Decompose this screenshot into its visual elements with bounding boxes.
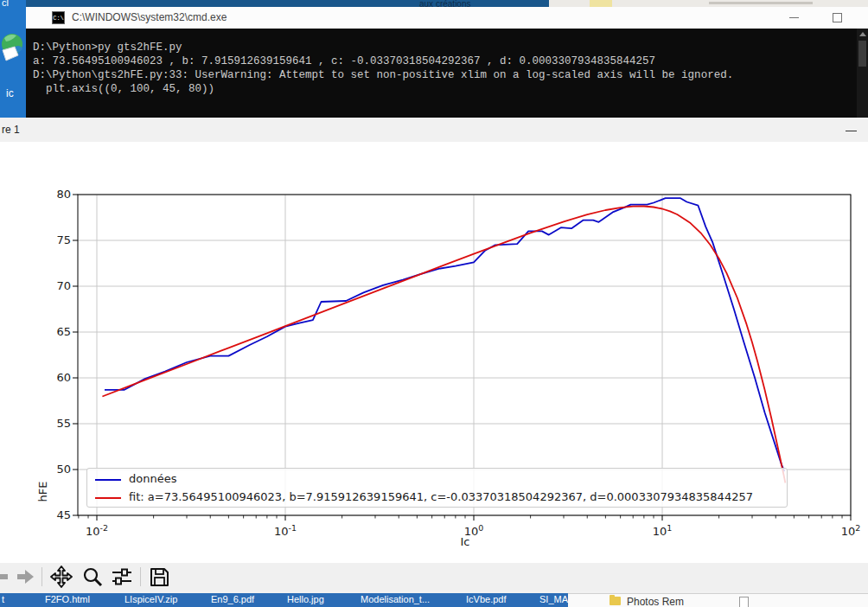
cmd-titlebar[interactable]: C:\ C:\WINDOWS\system32\cmd.exe xyxy=(26,7,868,29)
taskbar-item[interactable]: t xyxy=(2,593,4,607)
explorer-item[interactable]: Photos Rem xyxy=(627,596,684,607)
legend-entry-data: données xyxy=(87,470,787,489)
console-line: a: 73.56495100946023 , b: 7.915912639159… xyxy=(33,54,733,68)
x-tick-label: 101 xyxy=(642,523,682,538)
console-output[interactable]: D:\Python>py gts2hFE.pya: 73.56495100946… xyxy=(26,29,868,118)
sliders-icon xyxy=(111,565,133,588)
scrollbar-thumb[interactable] xyxy=(858,41,866,67)
file-icon xyxy=(739,597,749,607)
cmd-window-title: C:\WINDOWS\system32\cmd.exe xyxy=(72,7,227,29)
y-axis-label: hFE xyxy=(36,482,49,502)
globe-shortcut-icon[interactable] xyxy=(1,29,25,66)
y-tick-label: 65 xyxy=(45,325,71,338)
legend-line-sample xyxy=(95,479,121,481)
taskbar-item[interactable]: F2FO.html xyxy=(45,593,90,607)
taskbar-item[interactable]: SI_MAHI xyxy=(539,593,568,607)
minimize-icon xyxy=(789,17,799,18)
screen: cl ic aux créations C:\ C:\WINDOWS\syste… xyxy=(0,0,868,607)
console-line: D:\Python>py gts2hFE.py xyxy=(33,41,733,54)
forward-button[interactable] xyxy=(15,565,37,588)
taskbar: tF2FO.htmlLIspiceIV.zipEn9_6.pdfHello.jp… xyxy=(0,593,868,607)
y-tick-label: 45 xyxy=(45,508,71,521)
taskbar-item[interactable]: LIspiceIV.zip xyxy=(124,593,177,607)
maximize-button[interactable] xyxy=(823,7,852,29)
maximize-icon xyxy=(833,13,842,22)
legend-entry-fit: fit: a=73.56495100946023, b=7.9159126391… xyxy=(87,489,787,507)
legend-line-sample xyxy=(95,497,121,499)
explorer-panel: Photos Rem xyxy=(568,593,868,607)
legend-label: fit: a=73.56495100946023, b=7.9159126391… xyxy=(129,490,753,503)
y-tick-label: 80 xyxy=(45,188,71,201)
zoom-button[interactable] xyxy=(81,565,104,588)
x-axis-label: Ic xyxy=(445,535,485,548)
console-line: D:\Python\gts2hFE.py:33: UserWarning: At… xyxy=(33,68,733,82)
desktop-icon-label: ic xyxy=(6,87,14,99)
folder-icon xyxy=(610,597,621,605)
console-scrollbar[interactable] xyxy=(857,29,868,118)
pan-icon xyxy=(50,565,73,588)
y-tick-label: 55 xyxy=(45,417,71,430)
taskbar-item[interactable]: En9_6.pdf xyxy=(211,593,254,607)
magnifier-icon xyxy=(81,565,104,588)
series-data xyxy=(105,198,784,471)
scroll-up-icon[interactable] xyxy=(859,32,866,36)
toolbar-separator xyxy=(41,567,42,586)
figure-window-title: re 1 xyxy=(2,118,20,142)
desktop-left-strip: cl ic xyxy=(0,0,26,121)
cmd-icon: C:\ xyxy=(52,11,65,24)
mpl-toolbar xyxy=(0,563,868,591)
minimize-icon xyxy=(846,131,857,131)
y-tick-label: 60 xyxy=(45,371,71,384)
background-window-strip-right xyxy=(549,0,868,7)
x-tick-label: 10-1 xyxy=(265,523,305,538)
cmd-window: C:\ C:\WINDOWS\system32\cmd.exe D:\Pytho… xyxy=(26,7,868,118)
y-tick-label: 70 xyxy=(45,279,71,292)
figure-titlebar[interactable]: re 1 xyxy=(0,118,868,142)
legend-label: données xyxy=(129,472,176,485)
folder-fragment xyxy=(590,0,612,7)
taskbar-item[interactable]: Hello.jpg xyxy=(287,593,324,607)
save-floppy-icon xyxy=(148,565,170,588)
back-button[interactable] xyxy=(0,565,10,588)
series-fit xyxy=(102,207,785,483)
save-button[interactable] xyxy=(148,565,170,588)
background-window-strip: aux créations xyxy=(26,0,549,7)
pan-button[interactable] xyxy=(50,565,73,588)
taskbar-item[interactable]: IcVbe.pdf xyxy=(466,593,506,607)
legend: données fit: a=73.56495100946023, b=7.91… xyxy=(86,468,788,508)
y-tick-label: 75 xyxy=(45,233,71,246)
close-button[interactable] xyxy=(862,7,868,29)
figure-minimize-button[interactable] xyxy=(842,118,868,142)
text-fragment xyxy=(709,2,813,4)
x-tick-label: 10-2 xyxy=(77,523,117,538)
taskbar-item[interactable]: Modelisation_t... xyxy=(361,593,430,607)
background-strip-text: aux créations xyxy=(419,0,470,7)
taskbar-items: tF2FO.htmlLIspiceIV.zipEn9_6.pdfHello.jp… xyxy=(0,593,568,607)
forward-arrow-icon xyxy=(15,565,37,588)
desktop-corner-text: cl xyxy=(2,0,9,8)
x-tick-label: 102 xyxy=(831,523,868,538)
back-arrow-icon xyxy=(0,565,10,588)
figure-window: re 1 455055606570758010-210-1100101102 h… xyxy=(0,118,868,593)
configure-subplots-button[interactable] xyxy=(111,565,133,588)
toolbar-separator xyxy=(140,567,141,586)
plot-canvas[interactable]: 455055606570758010-210-1100101102 hFE Ic… xyxy=(0,142,868,563)
minimize-button[interactable] xyxy=(780,7,809,29)
console-line: plt.axis((0, 100, 45, 80)) xyxy=(33,82,733,96)
y-tick-label: 50 xyxy=(45,463,71,476)
